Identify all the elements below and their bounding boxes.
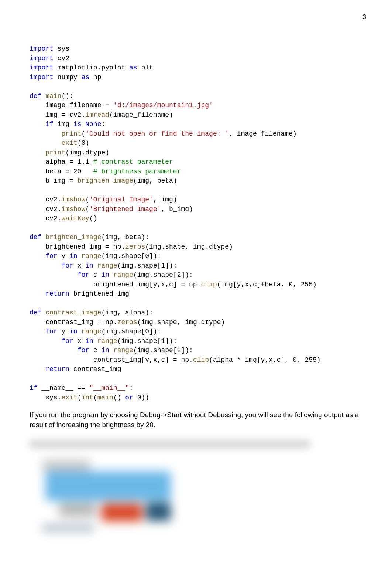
code-token: for xyxy=(45,328,57,335)
code-token: (img.shape[0]): xyxy=(101,252,161,260)
code-token: () xyxy=(113,394,125,401)
code-token: () xyxy=(89,215,97,222)
code-token xyxy=(30,290,45,297)
code-token: print xyxy=(61,130,81,137)
code-token: range xyxy=(97,262,117,269)
code-token: in xyxy=(69,328,78,335)
code-token: matplotlib.pyplot xyxy=(54,64,129,71)
code-token: zeros xyxy=(117,319,137,326)
code-token: alpha = 1.1 xyxy=(30,158,93,166)
code-token: range xyxy=(81,328,101,335)
code-token: for xyxy=(78,271,89,279)
code-token: , img) xyxy=(153,196,177,203)
paragraph: If you run the program by choosing Debug… xyxy=(30,410,366,430)
code-token xyxy=(30,347,78,354)
code-token xyxy=(30,337,61,345)
code-token: imread xyxy=(85,111,109,119)
code-token: , b_img) xyxy=(161,205,193,213)
code-token: import xyxy=(30,55,54,62)
code-token: brightened_img xyxy=(69,290,129,297)
code-token: img xyxy=(54,120,73,128)
code-token: in xyxy=(101,271,109,279)
code-token xyxy=(30,328,45,335)
code-token xyxy=(30,252,45,260)
code-token xyxy=(41,309,45,316)
code-token: image_filename = xyxy=(30,102,113,109)
code-token xyxy=(30,149,45,156)
code-token: np xyxy=(89,74,101,81)
code-token: waitKey xyxy=(61,215,89,222)
code-token: brightened_img = np. xyxy=(30,243,125,251)
blurred-image-preview xyxy=(42,460,186,534)
code-token: numpy xyxy=(54,74,82,81)
code-token: ( xyxy=(93,394,97,401)
code-token xyxy=(30,130,61,137)
code-token xyxy=(109,347,113,354)
code-token: None xyxy=(85,120,101,128)
code-token: return xyxy=(45,365,69,373)
code-token: # contrast parameter xyxy=(93,158,173,166)
blurred-text-line xyxy=(30,440,310,448)
code-token: (img.shape[2]): xyxy=(133,347,193,354)
code-token: or xyxy=(125,394,133,401)
code-token: print xyxy=(45,149,65,156)
code-token: if xyxy=(30,384,38,392)
code-token: (img[y,x,c]+beta, 0, 255) xyxy=(217,281,317,288)
code-token: for xyxy=(45,252,57,260)
code-token: brightened_img[y,x,c] = np. xyxy=(30,281,201,288)
code-token: sys xyxy=(54,45,69,52)
code-token: ( xyxy=(78,394,82,401)
code-token xyxy=(93,337,97,345)
code-token: for xyxy=(78,347,89,354)
code-token: in xyxy=(101,347,109,354)
code-block: import sys import cv2 import matplotlib.… xyxy=(30,44,392,402)
code-token: contrast_image xyxy=(45,309,101,316)
code-token: import xyxy=(30,45,54,52)
code-token: in xyxy=(85,337,93,345)
code-token: beta = 20 xyxy=(30,168,93,175)
code-token: (img.shape[1]): xyxy=(117,337,177,345)
code-token: # brightness parameter xyxy=(93,168,181,175)
code-token: (alpha * img[y,x,c], 0, 255) xyxy=(209,356,320,364)
code-token: return xyxy=(45,290,69,297)
code-token xyxy=(30,120,45,128)
code-token xyxy=(81,120,85,128)
code-token: brighten_image xyxy=(78,177,133,184)
code-token: : xyxy=(101,120,105,128)
code-token: ( xyxy=(85,196,89,203)
code-token: (img.shape[2]): xyxy=(133,271,193,279)
code-token: as xyxy=(81,74,89,81)
code-token: 0)) xyxy=(133,394,149,401)
code-token: clip xyxy=(201,281,217,288)
code-token: exit xyxy=(61,139,77,147)
code-token: in xyxy=(69,252,78,260)
code-token: def xyxy=(30,234,41,241)
code-token: 'd:/images/mountain1.jpg' xyxy=(113,102,213,109)
code-token: zeros xyxy=(125,243,145,251)
code-token: brighten_image xyxy=(45,234,101,241)
code-token: (img, alpha): xyxy=(101,309,153,316)
code-token xyxy=(30,365,45,373)
code-token: (img.shape, img.dtype) xyxy=(145,243,233,251)
code-token xyxy=(93,262,97,269)
code-token: contrast_img xyxy=(69,365,121,373)
code-token: b_img = xyxy=(30,177,78,184)
code-token: plt xyxy=(137,64,153,71)
code-token: cv2. xyxy=(30,215,61,222)
code-token: y xyxy=(58,252,69,260)
code-token: sys. xyxy=(30,394,61,401)
code-token: x xyxy=(73,337,85,345)
code-token xyxy=(30,262,61,269)
code-token: 'Brightened Image' xyxy=(89,205,161,213)
code-token: exit xyxy=(61,394,77,401)
code-token: in xyxy=(85,262,93,269)
code-token: (image_filename) xyxy=(109,111,173,119)
code-token: cv2. xyxy=(30,205,61,213)
code-token: contrast_img[y,x,c] = np. xyxy=(30,356,193,364)
code-token: for xyxy=(61,262,73,269)
code-token: clip xyxy=(193,356,209,364)
code-token xyxy=(78,252,82,260)
code-token: def xyxy=(30,309,41,316)
code-token xyxy=(78,328,82,335)
code-token: import xyxy=(30,64,54,71)
